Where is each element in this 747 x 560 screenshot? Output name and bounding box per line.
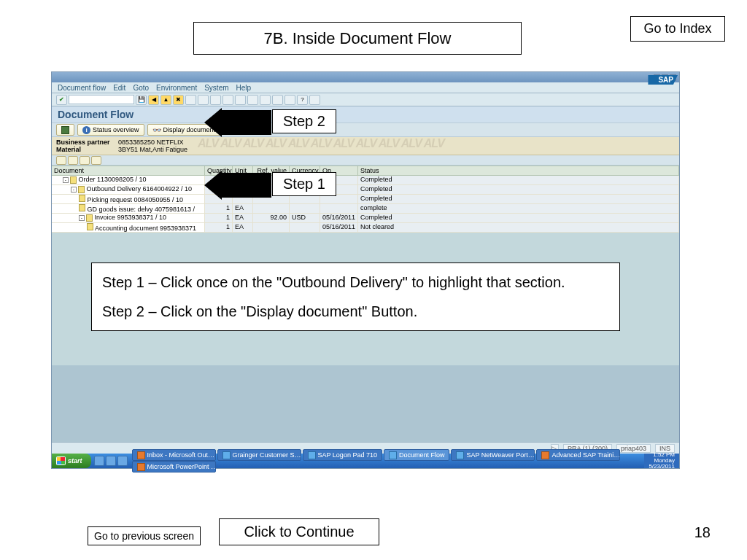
document-icon [79, 195, 85, 202]
grid-toolbar [52, 155, 679, 166]
tray-clock: 1:52 PM Monday 5/23/2011 [649, 452, 675, 470]
business-partner-value: 0853385250 NETFLIX [118, 139, 184, 146]
task-icon [456, 451, 464, 459]
layout-icon[interactable] [309, 95, 320, 105]
windows-flag-icon [56, 456, 66, 465]
table-row[interactable]: Picking request 0084050955 / 10Completed [52, 195, 679, 204]
find-next-icon[interactable] [210, 95, 221, 105]
taskbar-task[interactable]: SAP NetWeaver Port… [451, 449, 535, 461]
task-icon [137, 451, 145, 459]
windows-taskbar: start Inbox - Microsoft Out…Grainger Cus… [52, 454, 679, 468]
menubar: Document flow Edit Goto Environment Syst… [52, 82, 679, 93]
step2-label: Step 2 [272, 109, 336, 133]
step1-label: Step 1 [272, 172, 336, 196]
instruction-2: Step 2 – Click on the "Display document"… [102, 301, 609, 322]
grid-header: Document Quantity Unit Ref. value Curren… [52, 166, 679, 176]
save-icon[interactable]: 💾 [136, 95, 147, 105]
document-icon [70, 176, 77, 184]
find-icon[interactable] [198, 95, 209, 105]
menu-edit[interactable]: Edit [113, 84, 125, 92]
next-page-icon[interactable] [247, 95, 258, 105]
info-icon: i [82, 126, 90, 134]
click-to-continue-button[interactable]: Click to Continue [219, 518, 379, 545]
header-info: ALV ALV ALV ALV ALV ALV ALV ALV ALV ALV … [52, 137, 679, 155]
command-field[interactable] [69, 95, 134, 104]
task-icon [541, 451, 549, 459]
taskbar-task[interactable]: Inbox - Microsoft Out… [132, 449, 216, 461]
table-row[interactable]: - Order 1130098205 / 10Completed [52, 176, 679, 185]
document-icon [78, 186, 85, 193]
first-page-icon[interactable] [222, 95, 233, 105]
window-titlebar: SAP [52, 72, 679, 82]
document-icon [79, 204, 85, 211]
task-icon [137, 463, 145, 471]
slide-title: 7B. Inside Document Flow [193, 22, 522, 55]
document-icon [87, 223, 93, 230]
instruction-1: Step 1 – Click once on the "Outbound Del… [102, 272, 609, 292]
go-to-previous-button[interactable]: Go to previous screen [88, 526, 201, 545]
menu-system[interactable]: System [204, 84, 228, 92]
system-tray[interactable]: 1:52 PM Monday 5/23/2011 [644, 454, 679, 468]
col-document[interactable]: Document [52, 166, 205, 175]
row-label: Picking request 0084050955 / 10 [85, 196, 183, 203]
material-value: 3BY51 Mat,Anti Fatigue [118, 146, 187, 153]
app-toolbar: iStatus overview 👓Display document [52, 122, 679, 137]
document-icon [86, 214, 93, 222]
business-partner-label: Business partner [56, 139, 115, 146]
menu-goto[interactable]: Goto [133, 84, 149, 92]
row-label: Order 1130098205 / 10 [77, 176, 147, 183]
column-config-icon[interactable] [91, 156, 101, 165]
taskbar-task[interactable]: Microsoft PowerPoint … [132, 461, 216, 472]
tree-toggle-icon[interactable]: - [71, 187, 77, 192]
ql-desktop-icon[interactable] [106, 456, 116, 466]
go-to-index-button[interactable]: Go to Index [630, 16, 725, 42]
glasses-icon: 👓 [152, 126, 161, 134]
menu-environment[interactable]: Environment [156, 84, 197, 92]
alv-watermark: ALV ALV ALV ALV ALV ALV ALV ALV ALV ALV … [198, 137, 679, 155]
collapse-all-icon[interactable] [68, 156, 78, 165]
enter-icon[interactable]: ✔ [56, 95, 67, 105]
col-status[interactable]: Status [358, 166, 679, 175]
layout-select-icon[interactable] [80, 156, 90, 165]
cancel-icon[interactable]: ✖ [173, 95, 184, 105]
details-button[interactable] [56, 124, 74, 136]
back-icon[interactable]: ◀ [148, 95, 159, 105]
table-row[interactable]: Accounting document 99539383711EA05/16/2… [52, 223, 679, 233]
details-icon [61, 126, 69, 134]
last-page-icon[interactable] [260, 95, 271, 105]
sap-logo: SAP [648, 72, 678, 82]
menu-help[interactable]: Help [236, 84, 252, 92]
row-label: Invoice 9953938371 / 10 [93, 214, 166, 221]
ql-ie-icon[interactable] [94, 456, 104, 466]
menu-document-flow[interactable]: Document flow [58, 84, 106, 92]
taskbar-task[interactable]: Advanced SAP Traini… [536, 449, 620, 461]
print-icon[interactable] [185, 95, 196, 105]
standard-toolbar: ✔ 💾 ◀ ▲ ✖ ? [52, 93, 679, 106]
exit-icon[interactable]: ▲ [160, 95, 171, 105]
taskbar-task[interactable]: SAP Logon Pad 710 [303, 449, 382, 461]
task-icon [389, 451, 397, 459]
instruction-box: Step 1 – Click once on the "Outbound Del… [91, 262, 620, 331]
table-row[interactable]: GD goods issue: delvy 4075981613 /1EAcom… [52, 204, 679, 214]
table-row[interactable]: - Invoice 9953938371 / 101EA92.00USD05/1… [52, 214, 679, 223]
prev-page-icon[interactable] [235, 95, 246, 105]
row-label: Accounting document 9953938371 [93, 225, 196, 232]
new-session-icon[interactable] [272, 95, 283, 105]
page-number: 18 [694, 524, 711, 541]
start-button[interactable]: start [52, 454, 91, 468]
ql-app-icon[interactable] [117, 456, 128, 466]
status-overview-button[interactable]: iStatus overview [77, 124, 144, 136]
taskbar-task[interactable]: Document Flow [384, 449, 450, 461]
shortcut-icon[interactable] [285, 95, 295, 105]
tree-toggle-icon[interactable]: - [63, 177, 69, 183]
material-label: Material [56, 146, 115, 153]
task-icon [308, 451, 316, 459]
row-label: Outbound Delivery 6164004922 / 10 [85, 185, 192, 192]
step1-arrow [220, 173, 271, 198]
taskbar-task[interactable]: Grainger Customer S… [217, 449, 301, 461]
expand-all-icon[interactable] [56, 156, 66, 165]
table-row[interactable]: - Outbound Delivery 6164004922 / 10Compl… [52, 185, 679, 195]
step2-arrow [220, 110, 271, 135]
tree-toggle-icon[interactable]: - [79, 215, 85, 221]
help-icon[interactable]: ? [297, 95, 308, 105]
